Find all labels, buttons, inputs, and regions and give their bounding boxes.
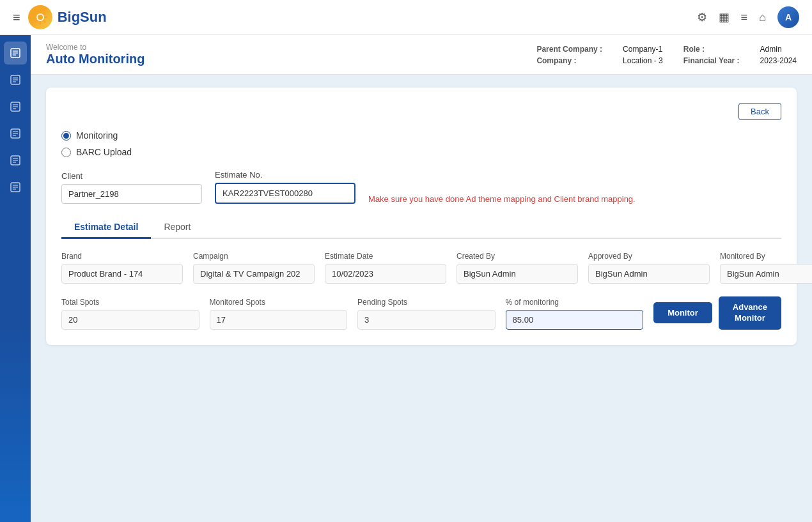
- hamburger-menu[interactable]: ≡: [13, 10, 20, 25]
- client-group: Client: [61, 171, 202, 204]
- sidebar-item-6[interactable]: [4, 176, 27, 199]
- radio-group: Monitoring BARC Upload: [61, 130, 781, 157]
- warning-text: Make sure you have done Ad theme mapping…: [368, 194, 636, 204]
- approved-by-input[interactable]: [588, 264, 710, 284]
- advance-monitor-button[interactable]: Advance Monitor: [719, 296, 781, 330]
- estimate-date-input[interactable]: [325, 264, 446, 284]
- approved-by-group: Approved By: [588, 252, 710, 284]
- estimate-date-label: Estimate Date: [325, 252, 446, 261]
- main-card: Back Monitoring BARC Upload Client: [46, 88, 797, 345]
- gear-icon[interactable]: ⚙: [697, 10, 707, 24]
- brand-group: Brand: [61, 252, 183, 284]
- sidebar-item-4[interactable]: [4, 122, 27, 145]
- parent-company-label: Parent Company :: [536, 45, 602, 54]
- svg-line-8: [43, 13, 45, 14]
- financial-year-label: Financial Year :: [683, 56, 740, 65]
- svg-point-1: [38, 15, 43, 20]
- monitoring-radio[interactable]: [61, 131, 71, 141]
- monitor-button[interactable]: Monitor: [653, 302, 712, 323]
- detail-fields-row1: Brand Campaign Estimate Date Created By …: [61, 252, 781, 284]
- monitored-spots-label: Monitored Spots: [210, 298, 348, 307]
- tabs: Estimate Detail Report: [61, 217, 781, 239]
- nav-left: ≡ BigSun: [13, 5, 107, 29]
- svg-line-7: [43, 20, 45, 22]
- client-estimate-row: Client Estimate No. Make sure you have d…: [61, 170, 781, 204]
- sidebar-item-3[interactable]: [4, 95, 27, 118]
- sidebar-item-1[interactable]: [4, 42, 27, 65]
- monitored-spots-group: Monitored Spots: [210, 298, 348, 330]
- header-bar: Welcome to Auto Monitoring Parent Compan…: [31, 35, 812, 75]
- role-group: Role : Financial Year :: [683, 45, 740, 65]
- welcome-text: Welcome to: [46, 43, 144, 52]
- page-title-group: Welcome to Auto Monitoring: [46, 43, 144, 66]
- monitored-by-group: Monitored By: [720, 252, 812, 284]
- home-icon[interactable]: ⌂: [759, 11, 766, 24]
- barc-radio-item[interactable]: BARC Upload: [61, 147, 781, 157]
- list-icon[interactable]: ≡: [741, 11, 748, 24]
- top-navigation: ≡ BigSun ⚙ ▦ ≡ ⌂: [0, 0, 812, 35]
- estimate-date-group: Estimate Date: [325, 252, 446, 284]
- monitored-spots-input[interactable]: [210, 310, 348, 330]
- created-by-group: Created By: [457, 252, 578, 284]
- total-spots-label: Total Spots: [61, 298, 199, 307]
- financial-year-value: 2023-2024: [760, 56, 797, 65]
- pending-spots-input[interactable]: [357, 310, 496, 330]
- pending-spots-label: Pending Spots: [357, 298, 496, 307]
- total-spots-group: Total Spots: [61, 298, 199, 330]
- estimate-no-label: Estimate No.: [215, 170, 355, 180]
- approved-by-label: Approved By: [588, 252, 710, 261]
- detail-fields-row2: Total Spots Monitored Spots Pending Spot…: [61, 296, 781, 330]
- sidebar: [0, 35, 31, 522]
- main-content: Welcome to Auto Monitoring Parent Compan…: [31, 35, 812, 522]
- nav-right: ⚙ ▦ ≡ ⌂ A: [697, 6, 799, 28]
- back-button[interactable]: Back: [738, 103, 781, 120]
- header-meta: Parent Company : Company : Company-1 Loc…: [536, 45, 797, 65]
- svg-line-9: [35, 20, 36, 22]
- role-value: Admin: [760, 45, 797, 54]
- back-btn-row: Back: [61, 103, 781, 120]
- parent-company-group: Parent Company : Company :: [536, 45, 602, 65]
- company-label: Company :: [536, 56, 602, 65]
- created-by-label: Created By: [457, 252, 578, 261]
- sidebar-item-5[interactable]: [4, 149, 27, 172]
- logo-text: BigSun: [58, 9, 107, 26]
- client-label: Client: [61, 171, 202, 181]
- monitored-by-label: Monitored By: [720, 252, 812, 261]
- logo-icon: [28, 5, 52, 29]
- grid-icon[interactable]: ▦: [719, 10, 730, 24]
- content-area: Back Monitoring BARC Upload Client: [31, 75, 812, 358]
- company-values: Company-1 Location - 3: [623, 45, 663, 65]
- avatar[interactable]: A: [777, 6, 799, 28]
- pct-monitoring-label: % of monitoring: [506, 298, 644, 307]
- pending-spots-group: Pending Spots: [357, 298, 496, 330]
- company-value: Location - 3: [623, 56, 663, 65]
- role-label: Role :: [683, 45, 740, 54]
- monitoring-label: Monitoring: [76, 130, 118, 141]
- monitored-by-input[interactable]: [720, 264, 812, 284]
- client-input[interactable]: [61, 184, 202, 204]
- logo: BigSun: [28, 5, 107, 29]
- role-values: Admin 2023-2024: [760, 45, 797, 65]
- campaign-label: Campaign: [193, 252, 315, 261]
- brand-input[interactable]: [61, 264, 183, 284]
- pct-monitoring-group: % of monitoring: [506, 298, 644, 330]
- tab-estimate-detail[interactable]: Estimate Detail: [61, 217, 151, 239]
- svg-line-6: [35, 13, 36, 14]
- tab-report[interactable]: Report: [151, 217, 203, 239]
- barc-radio[interactable]: [61, 148, 71, 157]
- barc-label: BARC Upload: [76, 147, 132, 157]
- monitoring-radio-item[interactable]: Monitoring: [61, 130, 781, 141]
- total-spots-input[interactable]: [61, 310, 199, 330]
- page-title: Auto Monitoring: [46, 52, 144, 66]
- created-by-input[interactable]: [457, 264, 578, 284]
- estimate-no-input[interactable]: [215, 183, 355, 204]
- action-buttons: Monitor Advance Monitor: [653, 296, 781, 330]
- parent-company-value: Company-1: [623, 45, 663, 54]
- sidebar-item-2[interactable]: [4, 68, 27, 91]
- brand-label: Brand: [61, 252, 183, 261]
- pct-monitoring-input[interactable]: [506, 310, 644, 330]
- campaign-group: Campaign: [193, 252, 315, 284]
- estimate-no-group: Estimate No.: [215, 170, 355, 204]
- campaign-input[interactable]: [193, 264, 315, 284]
